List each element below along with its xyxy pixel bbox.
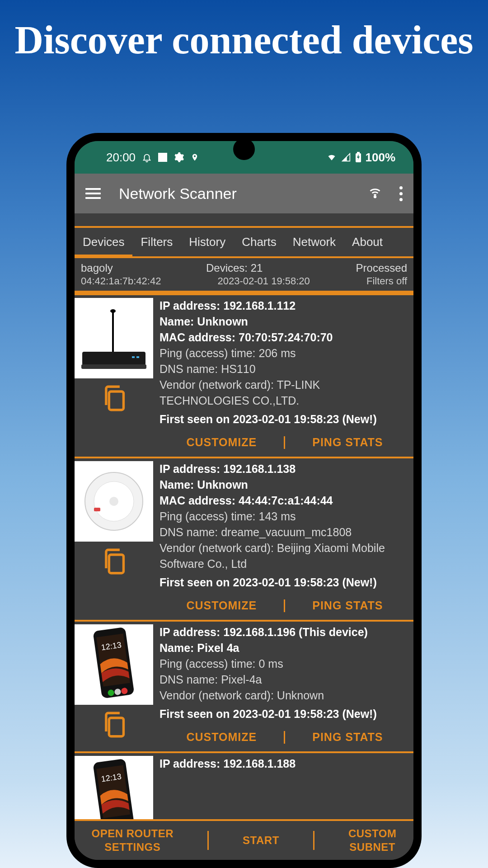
device-item[interactable]: 12:13IP address: 192.168.1.188 [75,753,413,819]
device-info: IP address: 192.168.1.112Name: UnknownMA… [156,295,413,457]
device-thumb-col: 12:13 [75,622,156,751]
svg-rect-8 [132,356,135,358]
svg-rect-22 [109,718,123,736]
host-mac: 04:42:1a:7b:42:42 [81,275,161,287]
svg-rect-10 [109,392,123,410]
device-thumb-col: 12:13 [75,753,156,819]
device-info: IP address: 192.168.1.196 (This device)N… [156,622,413,751]
open-router-button[interactable]: OPEN ROUTERSETTINGS [92,827,174,854]
tab-devices[interactable]: Devices [75,228,132,256]
device-thumbnail: 12:13 [75,756,153,819]
device-thumbnail [75,298,153,378]
svg-rect-4 [82,352,145,365]
phone-screen: 20:00 [75,141,413,860]
phone-frame: 20:00 [66,133,422,868]
divider [75,291,413,295]
tab-filters[interactable]: Filters [132,228,181,256]
device-actions: CUSTOMIZEPING STATS [160,722,410,751]
copy-icon[interactable] [102,711,126,740]
promo-title: Discover connected devices [0,0,488,67]
device-thumb-col [75,458,156,620]
device-actions: CUSTOMIZEPING STATS [160,427,410,457]
device-list[interactable]: IP address: 192.168.1.112Name: UnknownMA… [75,295,413,819]
customize-button[interactable]: CUSTOMIZE [186,598,257,613]
svg-point-7 [110,309,116,313]
device-item[interactable]: 12:13IP address: 192.168.1.196 (This dev… [75,622,413,753]
svg-rect-0 [158,153,167,162]
more-icon[interactable] [399,186,403,201]
processed-label: Processed [356,262,407,274]
scan-timestamp: 2023-02-01 19:58:20 [218,275,310,287]
device-count: Devices: 21 [206,262,263,274]
copy-icon[interactable] [102,385,126,414]
gear-icon [174,152,184,163]
divider [207,831,209,850]
wifi-icon [326,153,338,162]
device-actions: CUSTOMIZEPING STATS [160,590,410,620]
wifi-action-icon[interactable] [367,186,383,201]
customize-button[interactable]: CUSTOMIZE [186,729,257,745]
customize-button[interactable]: CUSTOMIZE [186,434,257,450]
device-info: IP address: 192.168.1.138Name: UnknownMA… [156,458,413,620]
custom-subnet-button[interactable]: CUSTOMSUBNET [348,827,397,854]
statusbar-time: 20:00 [106,151,136,165]
host-name: bagoly [81,262,113,274]
app-title: Network Scanner [119,185,349,203]
copy-icon[interactable] [102,548,126,577]
device-thumbnail [75,461,153,542]
divider [313,831,314,850]
divider [284,731,285,744]
tab-row: DevicesFiltersHistoryChartsNetworkAbout [75,226,413,258]
svg-rect-6 [112,311,114,352]
svg-rect-2 [357,152,360,153]
statusbar-battery: 100% [366,151,396,165]
signal-icon [341,153,351,162]
ping-stats-button[interactable]: PING STATS [312,434,383,450]
content: DevicesFiltersHistoryChartsNetworkAbout … [75,213,413,819]
tab-network[interactable]: Network [285,228,344,256]
svg-rect-15 [109,555,123,573]
divider [284,436,285,449]
tab-charts[interactable]: Charts [234,228,285,256]
status-line-2: 04:42:1a:7b:42:42 2023-02-01 19:58:20 Fi… [75,275,413,291]
device-info: IP address: 192.168.1.188 [156,753,413,819]
tab-about[interactable]: About [344,228,391,256]
svg-rect-5 [81,364,146,369]
ping-stats-button[interactable]: PING STATS [312,598,383,613]
menu-icon[interactable] [85,188,101,199]
tab-history[interactable]: History [181,228,234,256]
divider [284,599,285,612]
device-item[interactable]: IP address: 192.168.1.138Name: UnknownMA… [75,458,413,622]
svg-point-3 [374,196,376,198]
status-line-1: bagoly Devices: 21 Processed [75,258,413,275]
battery-icon [355,152,362,163]
device-item[interactable]: IP address: 192.168.1.112Name: UnknownMA… [75,295,413,458]
location-icon [191,152,199,163]
square-icon [158,153,167,162]
svg-rect-9 [136,356,139,358]
device-thumbnail: 12:13 [75,624,153,705]
bottombar: OPEN ROUTERSETTINGS START CUSTOMSUBNET [75,819,413,860]
ping-stats-button[interactable]: PING STATS [312,729,383,745]
filters-status: Filters off [366,275,407,287]
svg-point-13 [109,497,118,506]
svg-rect-14 [94,508,100,511]
bell-icon [142,152,152,163]
device-thumb-col [75,295,156,457]
start-button[interactable]: START [243,834,279,847]
appbar: Network Scanner [75,174,413,213]
